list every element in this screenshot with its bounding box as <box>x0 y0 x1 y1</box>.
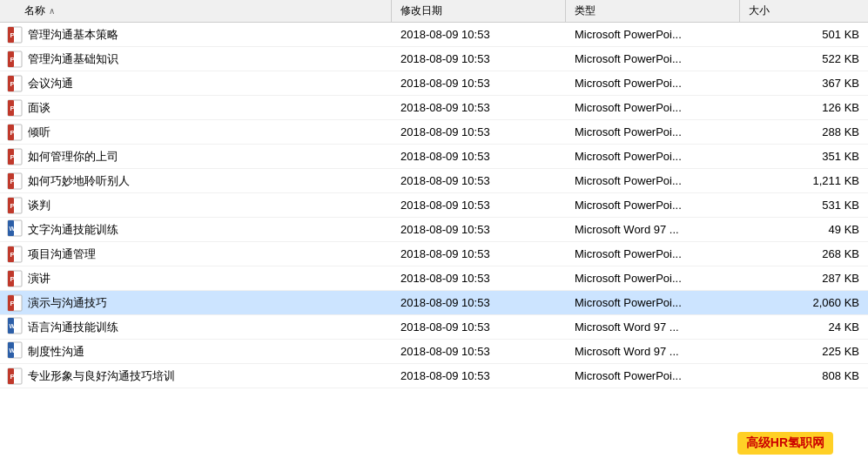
cell-type: Microsoft PowerPoi... <box>566 77 740 90</box>
table-row[interactable]: W 语言沟通技能训练 2018-08-09 10:53 Microsoft Wo… <box>0 315 868 340</box>
table-row[interactable]: P 演讲 2018-08-09 10:53 Microsoft PowerPoi… <box>0 266 868 291</box>
ppt-icon: P <box>7 148 23 165</box>
svg-text:P: P <box>10 178 16 185</box>
cell-size: 49 KB <box>740 223 868 236</box>
file-name: 倾听 <box>28 125 50 140</box>
cell-name: P 项目沟通管理 <box>0 246 392 263</box>
col-type-label: 类型 <box>575 3 595 18</box>
ppt-icon: P <box>7 124 23 141</box>
cell-type: Microsoft PowerPoi... <box>566 174 740 187</box>
cell-date: 2018-08-09 10:53 <box>392 345 566 358</box>
cell-name: W 语言沟通技能训练 <box>0 317 392 337</box>
cell-type: Microsoft PowerPoi... <box>566 101 740 114</box>
col-size-label: 大小 <box>749 3 770 18</box>
word-icon: W <box>7 219 23 239</box>
file-name: 语言沟通技能训练 <box>28 320 118 335</box>
svg-text:W: W <box>10 347 16 354</box>
cell-size: 225 KB <box>740 345 868 358</box>
file-name: 如何巧妙地聆听别人 <box>28 173 130 189</box>
cell-date: 2018-08-09 10:53 <box>392 223 566 236</box>
col-header-date[interactable]: 修改日期 <box>392 0 566 22</box>
table-row[interactable]: P 会议沟通 2018-08-09 10:53 Microsoft PowerP… <box>0 71 868 96</box>
svg-text:P: P <box>10 251 16 259</box>
file-name: 管理沟通基础知识 <box>28 51 118 67</box>
cell-size: 287 KB <box>740 272 868 285</box>
ppt-icon: P <box>7 51 23 68</box>
cell-date: 2018-08-09 10:53 <box>392 272 566 285</box>
cell-date: 2018-08-09 10:53 <box>392 320 566 334</box>
cell-name: P 演讲 <box>0 270 392 287</box>
cell-name: P 会议沟通 <box>0 75 392 92</box>
cell-size: 522 KB <box>740 52 868 65</box>
cell-date: 2018-08-09 10:53 <box>392 150 566 163</box>
table-row[interactable]: P 如何管理你的上司 2018-08-09 10:53 Microsoft Po… <box>0 145 868 169</box>
table-row[interactable]: P 专业形象与良好沟通技巧培训 2018-08-09 10:53 Microso… <box>0 364 868 388</box>
cell-type: Microsoft PowerPoi... <box>566 28 740 41</box>
file-name: 演示与沟通技巧 <box>28 295 107 311</box>
table-row[interactable]: P 面谈 2018-08-09 10:53 Microsoft PowerPoi… <box>0 96 868 120</box>
cell-type: Microsoft PowerPoi... <box>566 150 740 163</box>
cell-size: 531 KB <box>740 199 868 212</box>
svg-text:P: P <box>10 56 16 64</box>
column-header-row: 名称 ∧ 修改日期 类型 大小 <box>0 0 868 23</box>
word-icon: W <box>7 317 23 337</box>
cell-type: Microsoft PowerPoi... <box>566 125 740 138</box>
file-name: 专业形象与良好沟通技巧培训 <box>28 368 175 384</box>
cell-name: P 面谈 <box>0 99 392 117</box>
cell-name: P 专业形象与良好沟通技巧培训 <box>0 367 392 385</box>
file-name: 会议沟通 <box>28 76 73 91</box>
table-row[interactable]: W 文字沟通技能训练 2018-08-09 10:53 Microsoft Wo… <box>0 218 868 242</box>
file-rows-container: P 管理沟通基本策略 2018-08-09 10:53 Microsoft Po… <box>0 23 868 388</box>
cell-size: 288 KB <box>740 125 868 138</box>
cell-name: P 谈判 <box>0 197 392 214</box>
file-name: 管理沟通基本策略 <box>28 27 118 43</box>
cell-name: P 演示与沟通技巧 <box>0 294 392 312</box>
cell-size: 501 KB <box>740 28 868 41</box>
cell-size: 2,060 KB <box>740 296 868 309</box>
ppt-icon: P <box>7 75 23 92</box>
file-name: 谈判 <box>28 198 50 213</box>
file-name: 演讲 <box>28 271 50 287</box>
table-row[interactable]: P 倾听 2018-08-09 10:53 Microsoft PowerPoi… <box>0 120 868 145</box>
table-row[interactable]: P 项目沟通管理 2018-08-09 10:53 Microsoft Powe… <box>0 242 868 266</box>
table-row[interactable]: W 制度性沟通 2018-08-09 10:53 Microsoft Word … <box>0 340 868 364</box>
cell-size: 367 KB <box>740 77 868 90</box>
file-name: 制度性沟通 <box>28 344 84 360</box>
ppt-icon: P <box>7 367 23 385</box>
table-row[interactable]: P 如何巧妙地聆听别人 2018-08-09 10:53 Microsoft P… <box>0 169 868 193</box>
cell-name: P 如何巧妙地聆听别人 <box>0 172 392 190</box>
ppt-icon: P <box>7 172 23 190</box>
svg-text:P: P <box>10 153 16 161</box>
cell-date: 2018-08-09 10:53 <box>392 174 566 187</box>
cell-type: Microsoft PowerPoi... <box>566 199 740 212</box>
ppt-icon: P <box>7 26 23 44</box>
table-row[interactable]: P 演示与沟通技巧 2018-08-09 10:53 Microsoft Pow… <box>0 291 868 315</box>
col-header-size[interactable]: 大小 <box>740 0 868 22</box>
cell-size: 1,211 KB <box>740 174 868 187</box>
cell-type: Microsoft PowerPoi... <box>566 52 740 65</box>
col-name-label: 名称 <box>24 3 45 18</box>
cell-date: 2018-08-09 10:53 <box>392 125 566 138</box>
svg-text:P: P <box>10 31 16 39</box>
svg-text:P: P <box>10 275 16 283</box>
col-header-type[interactable]: 类型 <box>566 0 740 22</box>
cell-date: 2018-08-09 10:53 <box>392 199 566 212</box>
cell-type: Microsoft Word 97 ... <box>566 320 740 334</box>
svg-text:P: P <box>10 373 16 381</box>
svg-text:P: P <box>10 300 16 307</box>
table-row[interactable]: P 管理沟通基础知识 2018-08-09 10:53 Microsoft Po… <box>0 47 868 71</box>
col-header-name[interactable]: 名称 ∧ <box>0 0 392 22</box>
file-list-container: 名称 ∧ 修改日期 类型 大小 P 管理沟通基本策略 2018-08-09 10… <box>0 0 868 472</box>
word-icon: W <box>7 341 23 361</box>
col-date-label: 修改日期 <box>400 3 442 18</box>
watermark: 高级HR氢职网 <box>737 432 833 455</box>
cell-name: P 倾听 <box>0 124 392 141</box>
table-row[interactable]: P 管理沟通基本策略 2018-08-09 10:53 Microsoft Po… <box>0 23 868 47</box>
table-row[interactable]: P 谈判 2018-08-09 10:53 Microsoft PowerPoi… <box>0 193 868 218</box>
cell-date: 2018-08-09 10:53 <box>392 52 566 65</box>
ppt-icon: P <box>7 294 23 312</box>
cell-date: 2018-08-09 10:53 <box>392 101 566 114</box>
cell-type: Microsoft PowerPoi... <box>566 369 740 382</box>
cell-size: 808 KB <box>740 369 868 382</box>
svg-text:P: P <box>10 129 16 137</box>
